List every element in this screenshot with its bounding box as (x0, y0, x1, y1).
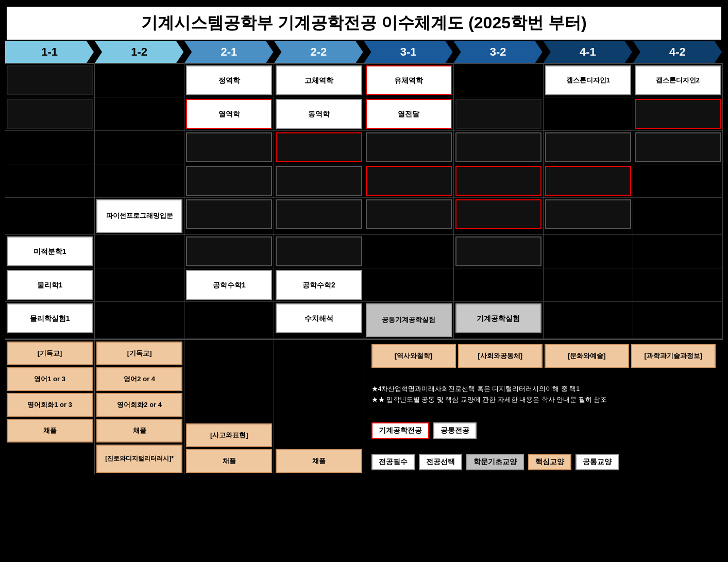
cell-history: [역사와철학] (371, 344, 456, 368)
notes-legend: [역사와철학] [사회와공동체] [문화와예술] [과학과기술과정보] ★4차산… (364, 340, 723, 474)
legend-required: 전공필수 (371, 454, 415, 470)
cell-empty (7, 65, 93, 95)
cell-empty (96, 99, 182, 129)
cell-empty (635, 270, 721, 300)
col-2-2-r8: 수치해석 (274, 302, 364, 338)
col-2-2-r3 (274, 131, 364, 164)
legend-core-lib: 핵심교양 (528, 454, 571, 470)
col-4-1-r6 (544, 235, 633, 268)
col-2-1-r8 (184, 302, 274, 338)
cell-r6c6 (455, 236, 541, 266)
col-1-1-r8: 물리학실험1 (5, 302, 95, 338)
col-4-1-r1: 캡스톤디자인1 (544, 64, 633, 97)
col-3-1-r5 (364, 198, 454, 234)
col-2-1-r7: 공학수학1 (184, 268, 274, 301)
cell-empty (96, 303, 182, 333)
cell-r3c3 (186, 132, 272, 162)
cell-r6c3 (186, 236, 272, 266)
col-4-1-r3 (544, 131, 633, 164)
legend-academic-lib: 학문기초교양 (466, 454, 524, 470)
cell-science-tech: [과학과기술과정보] (631, 344, 716, 368)
cell-numerical: 수치해석 (276, 303, 362, 333)
cell-unknown-r2c8 (635, 99, 721, 129)
page-title: 기계시스템공학부 기계공학전공 이수체계도 (2025학번 부터) (5, 5, 723, 41)
grid-row-8: 물리학실험1 수치해석 공통기계공학실험 기계공학실험 (5, 302, 723, 339)
col-1-1-r3 (5, 131, 95, 164)
cell-christian1: [기독교] (7, 342, 93, 365)
cell-empty (7, 132, 93, 162)
note-star1: ★4차산업혁명과미래사회진로선택 혹은 디지털리터러시의이해 중 택1 (371, 384, 716, 395)
cell-empty (635, 236, 721, 266)
cell-capstone2: 캡스톤디자인2 (635, 65, 721, 95)
header-4-1: 4-1 (544, 41, 632, 63)
header-4-2: 4-2 (633, 41, 722, 63)
col-4-1-r8 (544, 302, 633, 338)
col-2-1-r4 (184, 164, 274, 197)
semester-header: 1-1 1-2 2-1 2-2 3-1 3-2 4-1 4-2 (5, 41, 723, 63)
cell-r5c6 (455, 199, 541, 229)
col-1-1-r7: 물리학1 (5, 268, 95, 301)
cell-empty (96, 65, 182, 95)
cell-empty (186, 303, 272, 333)
col-4-1-r2 (544, 97, 633, 130)
lib-col-3-1: [역사와철학] (371, 344, 456, 368)
cell-r3c4 (276, 132, 362, 162)
cell-chapel2: 채플 (96, 419, 182, 442)
col-3-1-r8: 공통기계공학실험 (364, 302, 454, 338)
col-1-1-r1 (5, 64, 95, 97)
lib-col-2-1: [사고와표현] 채플 (184, 340, 274, 474)
col-3-1-r6 (364, 235, 454, 268)
cell-r6c4 (276, 236, 362, 266)
col-2-1-r6 (184, 235, 274, 268)
col-4-1-r7 (544, 268, 633, 301)
col-1-2-r3 (95, 131, 184, 164)
header-1-2: 1-2 (95, 41, 183, 63)
col-3-2-r6 (454, 235, 544, 268)
cell-capstone1: 캡스톤디자인1 (545, 65, 631, 95)
grid-row-4 (5, 164, 723, 198)
col-2-2-r2: 동역학 (274, 97, 364, 130)
cell-empty (96, 166, 182, 196)
cell-empty (635, 303, 721, 333)
cell-engmath1: 공학수학1 (186, 270, 272, 300)
lib-col-2-2: 채플 (274, 340, 364, 474)
col-3-2-r1 (454, 64, 544, 97)
cell-engmath2: 공학수학2 (276, 270, 362, 300)
header-2-1: 2-1 (184, 41, 273, 63)
cell-physics1: 물리학1 (7, 270, 93, 300)
cell-christian2: [기독교] (96, 342, 182, 365)
cell-r4c5 (366, 166, 452, 196)
col-4-2-r1: 캡스톤디자인2 (633, 64, 723, 97)
col-1-2-r6 (95, 235, 184, 268)
col-4-2-r3 (633, 131, 723, 164)
lib-col-1-2: [기독교] 영어2 or 4 영어회화2 or 4 채플 [진로와디지털리터러시… (95, 340, 184, 474)
cell-r5c3 (186, 199, 272, 229)
grid-row-7: 물리학1 공학수학1 공학수학2 (5, 268, 723, 302)
col-1-2-r4 (95, 164, 184, 197)
cell-empty (7, 166, 93, 196)
col-4-2-r2 (633, 97, 723, 130)
header-3-2: 3-2 (454, 41, 543, 63)
legend-major: 기계공학전공 (371, 422, 429, 439)
col-2-1-r3 (184, 131, 274, 164)
cell-english1or3: 영어1 or 3 (7, 367, 93, 391)
grid-row-2: 열역학 동역학 열전달 (5, 97, 723, 131)
cell-empty (96, 236, 182, 266)
main-container: 기계시스템공학부 기계공학전공 이수체계도 (2025학번 부터) 1-1 1-… (5, 5, 723, 474)
cell-commonlab: 공통기계공학실험 (366, 303, 452, 337)
lib-col-4-1: [문화와예술] (545, 344, 629, 368)
header-1-1: 1-1 (5, 41, 94, 63)
cell-empty (455, 65, 541, 95)
header-3-1: 3-1 (364, 41, 453, 63)
col-2-2-r1: 고체역학 (274, 64, 364, 97)
lib-col-4-2: [과학과기술과정보] (631, 344, 716, 368)
cell-empty (96, 270, 182, 300)
cell-black (7, 99, 93, 129)
col-2-1-r2: 열역학 (184, 97, 274, 130)
col-3-2-r4 (454, 164, 544, 197)
col-1-1-r5 (5, 198, 95, 234)
cell-r5c7 (545, 199, 631, 229)
legend-elective: 전공선택 (419, 454, 462, 470)
cell-yuchea: 유체역학 (366, 65, 452, 95)
bottom-section: [기독교] 영어1 or 3 영어회화1 or 3 채플 [기독교] 영어2 o… (5, 339, 723, 474)
